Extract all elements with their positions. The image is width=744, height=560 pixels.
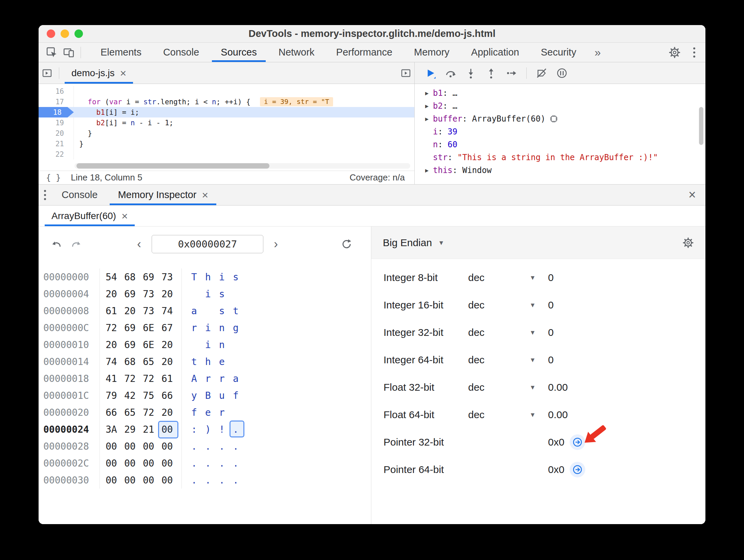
pretty-print-icon[interactable]: { } bbox=[46, 173, 61, 182]
hex-byte[interactable]: 69 bbox=[124, 322, 143, 333]
hex-byte[interactable]: 00 bbox=[143, 475, 161, 486]
ascii-char[interactable]: . bbox=[205, 441, 219, 452]
expand-arrow-icon[interactable]: ▶ bbox=[421, 115, 433, 122]
hex-byte[interactable]: 72 bbox=[143, 373, 161, 384]
hex-byte[interactable]: 74 bbox=[106, 356, 124, 367]
hex-byte[interactable]: 68 bbox=[124, 356, 143, 367]
refresh-icon[interactable] bbox=[338, 236, 355, 252]
tab-console-drawer[interactable]: Console bbox=[51, 185, 108, 205]
step-out-icon[interactable] bbox=[482, 65, 500, 81]
ascii-char[interactable]: B bbox=[205, 390, 219, 401]
ascii-char[interactable]: r bbox=[219, 373, 233, 384]
tab-memory-inspector[interactable]: Memory Inspector × bbox=[108, 185, 218, 205]
hex-byte[interactable]: 20 bbox=[124, 305, 143, 317]
tab-sources[interactable]: Sources bbox=[210, 43, 267, 62]
scope-item-b2[interactable]: ▶b2: … bbox=[415, 100, 705, 112]
ascii-char[interactable]: g bbox=[233, 322, 247, 333]
ascii-char[interactable] bbox=[191, 339, 205, 350]
interpretation-settings-gear-icon[interactable] bbox=[682, 237, 694, 249]
hex-byte[interactable]: 66 bbox=[161, 390, 180, 401]
hex-byte[interactable]: 65 bbox=[124, 407, 143, 418]
ascii-char[interactable]: a bbox=[191, 305, 205, 317]
next-page-icon[interactable]: › bbox=[269, 237, 283, 251]
tab-application[interactable]: Application bbox=[460, 43, 530, 62]
hex-byte[interactable]: 75 bbox=[143, 390, 161, 401]
ascii-char[interactable]: T bbox=[191, 272, 205, 283]
ascii-char[interactable]: . bbox=[219, 475, 233, 486]
hex-byte[interactable]: 00 bbox=[161, 475, 180, 486]
hex-byte[interactable]: 20 bbox=[106, 288, 124, 300]
jump-to-pointer-icon[interactable] bbox=[570, 434, 585, 450]
line-number[interactable]: 21 bbox=[39, 138, 74, 149]
close-icon[interactable]: × bbox=[120, 68, 127, 79]
scope-item-str[interactable]: ▶str: "This is a string in the ArrayBuff… bbox=[415, 151, 705, 164]
scope-item-n[interactable]: ▶n: 60 bbox=[415, 138, 705, 151]
ascii-char[interactable]: . bbox=[233, 475, 247, 486]
zoom-window-button[interactable] bbox=[74, 29, 83, 38]
step-over-icon[interactable] bbox=[442, 65, 459, 81]
address-input[interactable] bbox=[152, 235, 263, 253]
hex-byte[interactable]: 61 bbox=[161, 373, 180, 384]
ascii-char[interactable] bbox=[233, 356, 247, 367]
hex-byte[interactable]: 69 bbox=[124, 339, 143, 350]
expand-arrow-icon[interactable]: ▶ bbox=[421, 90, 433, 96]
ascii-char[interactable]: . bbox=[233, 441, 247, 452]
settings-gear-icon[interactable] bbox=[666, 44, 683, 61]
hex-byte[interactable]: 73 bbox=[143, 305, 161, 317]
deactivate-breakpoints-icon[interactable] bbox=[533, 65, 550, 81]
hex-byte[interactable]: 79 bbox=[106, 390, 124, 401]
hex-byte[interactable]: 00 bbox=[161, 424, 180, 435]
tab-security[interactable]: Security bbox=[530, 43, 587, 62]
ascii-char[interactable] bbox=[233, 288, 247, 300]
hex-byte[interactable]: 68 bbox=[124, 272, 143, 283]
kebab-menu-icon[interactable] bbox=[688, 47, 701, 58]
resume-script-icon[interactable] bbox=[421, 65, 439, 81]
format-dropdown[interactable]: dec▾ bbox=[468, 409, 548, 421]
hex-byte[interactable]: 41 bbox=[106, 373, 124, 384]
ascii-char[interactable]: r bbox=[191, 322, 205, 333]
hex-byte[interactable]: 72 bbox=[143, 407, 161, 418]
hex-byte[interactable]: 00 bbox=[106, 458, 124, 469]
ascii-char[interactable]: a bbox=[233, 373, 247, 384]
hex-byte[interactable]: 00 bbox=[124, 475, 143, 486]
tab-network[interactable]: Network bbox=[268, 43, 325, 62]
ascii-char[interactable]: s bbox=[233, 272, 247, 283]
ascii-char[interactable]: . bbox=[191, 441, 205, 452]
navigator-toggle-icon[interactable] bbox=[39, 65, 56, 81]
line-number[interactable]: 18 bbox=[39, 107, 74, 117]
hex-byte[interactable]: 72 bbox=[106, 322, 124, 333]
hex-byte[interactable]: 66 bbox=[106, 407, 124, 418]
hex-byte[interactable]: 73 bbox=[143, 288, 161, 300]
hex-byte[interactable]: 72 bbox=[124, 373, 143, 384]
hex-byte[interactable]: 6E bbox=[143, 339, 161, 350]
ascii-char[interactable]: e bbox=[205, 407, 219, 418]
drawer-kebab-menu-icon[interactable] bbox=[39, 190, 51, 200]
hex-byte[interactable]: 67 bbox=[161, 322, 180, 333]
expand-arrow-icon[interactable]: ▶ bbox=[421, 167, 433, 174]
ascii-char[interactable]: t bbox=[233, 305, 247, 317]
ascii-char[interactable]: f bbox=[191, 407, 205, 418]
ascii-char[interactable]: A bbox=[191, 373, 205, 384]
hex-byte[interactable]: 20 bbox=[161, 356, 180, 367]
hex-byte[interactable]: 3A bbox=[106, 424, 124, 435]
hex-byte[interactable]: 20 bbox=[161, 407, 180, 418]
ascii-char[interactable]: i bbox=[205, 339, 219, 350]
ascii-char[interactable]: f bbox=[233, 390, 247, 401]
hex-byte[interactable]: 00 bbox=[124, 441, 143, 452]
hex-byte[interactable]: 00 bbox=[143, 441, 161, 452]
format-dropdown[interactable]: dec▾ bbox=[468, 382, 548, 393]
format-dropdown[interactable]: dec▾ bbox=[468, 354, 548, 366]
hex-byte[interactable]: 29 bbox=[124, 424, 143, 435]
editor-hscrollbar-thumb[interactable] bbox=[76, 163, 269, 169]
scope-item-this[interactable]: ▶this: Window bbox=[415, 164, 705, 177]
ascii-char[interactable]: . bbox=[205, 475, 219, 486]
scope-scrollbar-thumb[interactable] bbox=[699, 107, 703, 145]
ascii-char[interactable]: h bbox=[205, 356, 219, 367]
close-icon[interactable]: × bbox=[202, 190, 208, 200]
line-number[interactable]: 22 bbox=[39, 149, 74, 159]
line-number[interactable]: 19 bbox=[39, 117, 74, 128]
history-forward-icon[interactable] bbox=[67, 236, 85, 252]
ascii-char[interactable] bbox=[205, 305, 219, 317]
expand-arrow-icon[interactable]: ▶ bbox=[421, 103, 433, 109]
ascii-char[interactable]: i bbox=[205, 288, 219, 300]
